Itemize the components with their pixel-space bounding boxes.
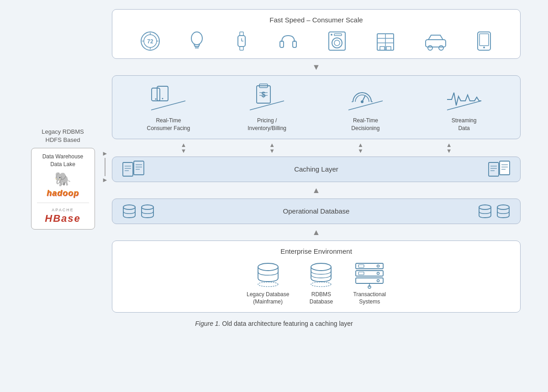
app-label-consumer: Real-TimeConsumer Facing (147, 117, 190, 132)
app-item-decisioning: Real-TimeDecisioning (319, 82, 413, 132)
caching-docs-left (121, 162, 145, 177)
db-icon-1 (121, 204, 137, 219)
enterprise-item-legacy: Legacy Database(Mainframe) (247, 261, 289, 306)
svg-rect-59 (489, 162, 499, 176)
app-label-decisioning: Real-TimeDecisioning (351, 117, 379, 132)
svg-point-7 (191, 32, 202, 45)
hbase-text: HBase (45, 213, 80, 225)
fast-speed-title: Fast Speed – Consumer Scale (121, 16, 511, 24)
db-icon-4 (495, 204, 511, 219)
apache-text: APACHE (52, 208, 74, 212)
svg-line-39 (250, 101, 284, 110)
svg-rect-63 (500, 161, 510, 175)
svg-line-34 (151, 101, 185, 110)
diagram-area: Legacy RDBMS HDFS Based Data Warehouse D… (27, 9, 521, 313)
svg-point-81 (377, 279, 379, 282)
caching-title: Caching Layer (294, 165, 338, 173)
decisioning-icon-area (345, 82, 386, 114)
pricing-icon-area: $ (247, 82, 288, 114)
svg-point-38 (162, 98, 163, 99)
figure-caption: Figure 1. Old data architecture featurin… (195, 320, 353, 327)
tablet-icon (476, 30, 492, 52)
building-icon (375, 30, 395, 52)
arrow-fast-to-apps: ▼ (112, 63, 521, 72)
enterprise-label-rdbms: RDBMSDatabase (310, 291, 333, 306)
enterprise-label-transactional: TransactionalSystems (353, 291, 386, 306)
svg-point-75 (311, 282, 331, 287)
svg-rect-12 (240, 47, 243, 50)
svg-point-36 (155, 98, 157, 99)
streaming-icon-area (443, 82, 485, 114)
enterprise-item-rdbms: RDBMSDatabase (307, 261, 335, 306)
svg-text:72: 72 (147, 38, 153, 45)
legacy-label: Legacy RDBMS HDFS Based (42, 128, 84, 144)
enterprise-layer: Enterprise Environment (112, 240, 521, 313)
svg-line-45 (348, 101, 383, 110)
legacy-arrow-connector: ◄ ► (98, 151, 112, 183)
svg-point-47 (361, 100, 364, 103)
figure-label: Figure 1. (195, 320, 220, 327)
db-icon-2 (140, 204, 155, 219)
svg-rect-27 (386, 47, 391, 50)
transactional-icon (353, 261, 385, 288)
enterprise-items: Legacy Database(Mainframe) RDBMSDatabase (121, 261, 511, 306)
svg-rect-51 (123, 162, 133, 176)
svg-rect-15 (280, 41, 284, 47)
consumer-icon-area (148, 82, 189, 114)
arrow-opdb-to-caching: ▲ (112, 186, 521, 195)
hadoop-logo: 🐘 hadoop (47, 171, 79, 198)
svg-rect-16 (293, 41, 296, 47)
opdb-title: Operational Database (283, 207, 350, 215)
car-icon (424, 32, 448, 50)
caching-docs-right (487, 162, 511, 177)
svg-point-32 (483, 47, 485, 48)
svg-rect-82 (358, 265, 364, 267)
left-panel: Legacy RDBMS HDFS Based Data Warehouse D… (27, 128, 98, 230)
svg-point-20 (331, 34, 332, 36)
legacy-box-title: Data Warehouse Data Lake (42, 153, 84, 168)
svg-point-29 (428, 46, 432, 50)
svg-rect-55 (134, 161, 144, 175)
doc-icon-4 (498, 160, 511, 176)
svg-point-30 (439, 46, 443, 50)
svg-point-73 (258, 282, 278, 287)
app-item-consumer: Real-TimeConsumer Facing (121, 82, 216, 132)
svg-text:$: $ (262, 91, 266, 99)
right-content: Fast Speed – Consumer Scale 72 (112, 9, 521, 313)
washer-icon (327, 30, 347, 52)
svg-rect-21 (334, 34, 342, 36)
iot-icons: 72 (121, 30, 511, 52)
app-label-streaming: StreamingData (452, 117, 477, 132)
svg-rect-11 (240, 32, 243, 36)
svg-point-74 (311, 263, 331, 271)
apps-grid: Real-TimeConsumer Facing $ (121, 82, 511, 132)
smartwatch-icon (233, 30, 250, 52)
elephant-icon: 🐘 (54, 171, 71, 187)
svg-point-71 (258, 263, 278, 271)
db-icon-3 (477, 204, 493, 219)
svg-point-68 (142, 205, 153, 209)
svg-point-67 (123, 205, 135, 209)
thermostat-icon: 72 (140, 31, 160, 51)
enterprise-item-transactional: TransactionalSystems (353, 261, 386, 306)
lightbulb-icon (189, 31, 205, 51)
enterprise-label-legacy: Legacy Database(Mainframe) (247, 291, 289, 306)
legacy-db-icon (254, 261, 282, 288)
main-container: Legacy RDBMS HDFS Based Data Warehouse D… (0, 0, 548, 392)
svg-point-19 (334, 40, 340, 46)
hbase-area: APACHE HBase (45, 208, 80, 225)
headphones-icon (278, 31, 298, 51)
app-item-pricing: $ Pricing /Inventory/Billing (220, 82, 314, 132)
svg-rect-83 (358, 272, 364, 275)
legacy-box: Data Warehouse Data Lake 🐘 hadoop APACHE… (31, 148, 95, 230)
hadoop-text: hadoop (47, 188, 79, 198)
arrows-apps-caching: ▲ ▼ ▲ ▼ ▲ ▼ ▲ ▼ (112, 143, 521, 153)
svg-point-79 (377, 265, 379, 267)
svg-line-50 (447, 101, 481, 110)
apps-layer: Real-TimeConsumer Facing $ (112, 75, 521, 139)
svg-point-18 (332, 38, 342, 48)
rdbms-icon (307, 261, 335, 288)
db-icons-left (121, 204, 155, 219)
arrow-enterprise-to-opdb: ▲ (112, 228, 521, 237)
db-icons-right (477, 204, 511, 219)
